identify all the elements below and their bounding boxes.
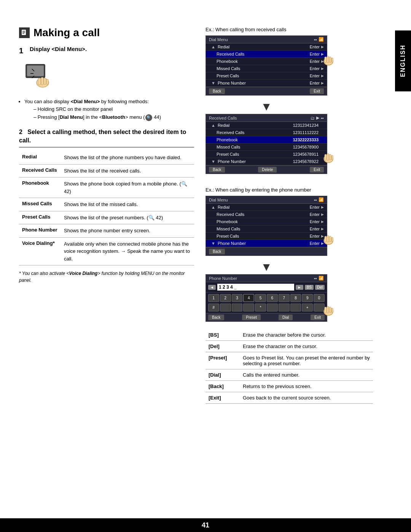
battery-icon: ▪▪: [314, 37, 317, 42]
row-label: Phonebook: [217, 137, 238, 142]
row-value: Enter: [310, 205, 320, 209]
row-arrow: ▶: [321, 212, 324, 216]
screen-row-highlighted: ▼ Phone Number Enter ▶: [206, 240, 327, 247]
down-arrow-icon: ▼: [211, 81, 215, 85]
desc-cell: Calls the entered number.: [240, 369, 373, 381]
key-empty6[interactable]: [290, 304, 301, 312]
key-1[interactable]: 1: [208, 294, 219, 302]
key-8[interactable]: 8: [290, 294, 301, 302]
row-label: Received Calls: [217, 52, 244, 56]
key-6[interactable]: 6: [267, 294, 278, 302]
table-row: Voice Dialing*Available only when the co…: [19, 237, 194, 265]
screen-row: ▼ Phone Number Enter ▶: [206, 80, 327, 87]
screen-row-highlighted: Received Calls Enter ▶: [206, 51, 327, 58]
row-label: Preset Calls: [217, 234, 239, 238]
key-empty5[interactable]: [279, 304, 290, 312]
key-hash[interactable]: #: [208, 304, 219, 312]
bs-key[interactable]: BS: [305, 285, 314, 290]
row-label: Redial: [218, 123, 229, 128]
svg-rect-33: [329, 307, 331, 313]
arrow-down-icon: ▼: [206, 100, 327, 113]
signal-icon-3: 📶: [319, 197, 324, 202]
screen-row: ▲ Redial Enter ▶: [206, 43, 327, 51]
document-icon: [19, 27, 30, 38]
row-label: Received Calls: [217, 130, 244, 135]
term-cell: Preset Calls: [19, 211, 61, 224]
screen-row: Preset Calls Enter ▶: [206, 233, 327, 240]
svg-rect-9: [44, 78, 46, 85]
key-5[interactable]: 5: [255, 294, 266, 302]
screen-title-4: Phone Number: [209, 276, 237, 281]
screen-footer: Back Exit: [206, 87, 327, 95]
screen-row-highlighted: Phonebook 12322223333: [206, 136, 327, 144]
exit-button[interactable]: Exit: [310, 88, 324, 94]
signal-icon: 📶: [319, 37, 324, 42]
step1-label: Display <Dial Menu>.: [30, 46, 87, 52]
row-value: 12345678922: [293, 159, 319, 164]
arrow-down-icon-2: ▼: [206, 260, 327, 273]
key-plus[interactable]: +: [302, 304, 313, 312]
screen-row: Preset Calls 12345678911: [206, 151, 327, 158]
row-value: 12322223333: [293, 137, 319, 142]
term-cell: [Back]: [206, 381, 240, 392]
right-arrow-btn[interactable]: ►: [296, 285, 303, 290]
back-button-2[interactable]: Back: [209, 167, 225, 173]
delete-button[interactable]: Delete: [258, 167, 277, 173]
desc-cell: Goes back to the current source screen.: [240, 392, 373, 404]
key-9[interactable]: 9: [302, 294, 313, 302]
dial-button[interactable]: Dial: [279, 315, 293, 320]
back-button-4[interactable]: Back: [208, 315, 224, 320]
svg-rect-27: [327, 235, 329, 242]
key-empty2[interactable]: [232, 304, 243, 312]
table-row: RedialShows the list of the phone number…: [19, 151, 194, 164]
key-3[interactable]: 3: [232, 294, 243, 302]
call-methods-table: RedialShows the list of the phone number…: [19, 151, 194, 265]
row-value: Enter: [310, 212, 320, 217]
row-label: Missed Calls: [217, 227, 240, 231]
row-label: Received Calls: [217, 212, 244, 217]
step1-hand-icon: [23, 61, 53, 91]
dash-list: Holding SRC on the monitor panel Pressin…: [33, 105, 194, 121]
screen-title-3: Dial Menu: [209, 198, 228, 202]
screen-footer-2: Back Delete Exit: [206, 165, 327, 174]
screen-mockup-2: Received Calls 🗂 ▶ ▪▪ ▲ Redial 123123412…: [206, 114, 327, 174]
key-2[interactable]: 2: [220, 294, 231, 302]
screen-row: Preset Calls Enter ▶: [206, 72, 327, 80]
key-7[interactable]: 7: [279, 294, 290, 302]
phone-input-display[interactable]: 1 2 3 4 _: [217, 284, 294, 291]
row-arrow: ▶: [321, 205, 324, 209]
key-empty4[interactable]: [267, 304, 278, 312]
screen-row: ▲ Redial Enter ▶: [206, 204, 327, 211]
screen-row: Phonebook Enter ▶: [206, 218, 327, 225]
phone-input-row: ◄ 1 2 3 4 _ ► BS Del: [206, 282, 327, 292]
key-4[interactable]: 4: [243, 294, 254, 302]
svg-rect-22: [327, 153, 329, 160]
svg-rect-8: [41, 77, 43, 85]
step1-section: 1 Display <Dial Menu>.: [19, 46, 194, 57]
up-arrow-icon: ▲: [211, 205, 215, 209]
back-button-3[interactable]: Back: [209, 249, 225, 254]
term-cell: Redial: [19, 151, 61, 164]
screen-icons-3: ▪▪ 📶: [314, 197, 324, 202]
exit-button-2[interactable]: Exit: [310, 167, 324, 173]
arrow-icon: ▶: [316, 115, 319, 120]
preset-button[interactable]: Preset: [242, 315, 261, 320]
row-label: Missed Calls: [217, 66, 240, 71]
row-label: Phone Number: [218, 159, 246, 164]
left-arrow-btn[interactable]: ◄: [208, 285, 216, 290]
screen-icons-2: 🗂 ▶ ▪▪: [311, 115, 324, 120]
key-empty3[interactable]: [243, 304, 254, 312]
back-button[interactable]: Back: [209, 88, 225, 94]
hand-pointer-icon: [318, 47, 335, 69]
del-key[interactable]: Del: [315, 285, 325, 290]
bullet-item: You can also display <Dial Menu> by foll…: [24, 98, 194, 121]
key-empty1[interactable]: [220, 304, 231, 312]
row-value: 12345678900: [293, 145, 319, 149]
key-star[interactable]: *: [255, 304, 266, 312]
down-arrow-icon: ▼: [211, 241, 215, 246]
term-cell: Phone Number: [19, 224, 61, 238]
svg-rect-18: [329, 57, 331, 62]
section-title: Making a call: [19, 27, 194, 39]
svg-rect-29: [331, 237, 333, 242]
row-label: Preset Calls: [217, 73, 239, 78]
